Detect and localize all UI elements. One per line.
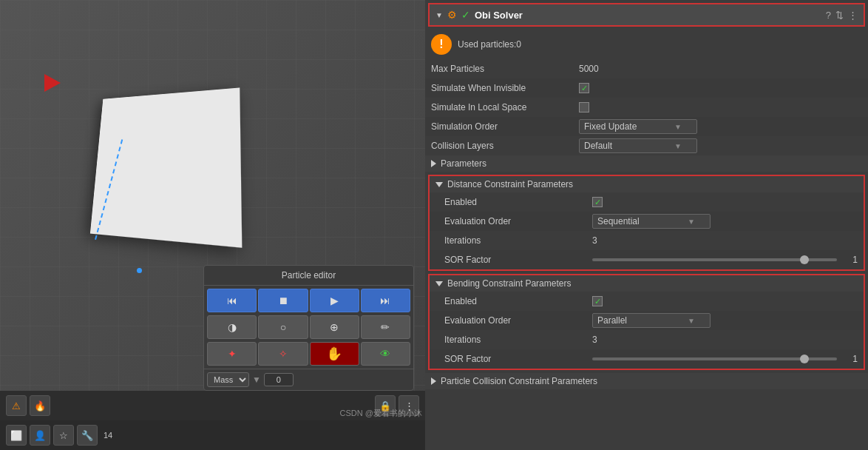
component-header: ▼ ⚙ ✓ Obi Solver ? ⇅ ⋮	[428, 3, 865, 27]
simulation-order-row: Simulation Order Fixed Update ▼	[425, 117, 868, 136]
particle-collision-section-header[interactable]: Particle Collision Constraint Parameters	[425, 373, 868, 389]
distance-eval-order-value: Sequential	[597, 216, 640, 226]
bending-enabled-label: Enabled	[444, 296, 592, 306]
distance-constraint-title: Distance Constraint Parameters	[447, 179, 573, 189]
simulate-in-local-space-label: Simulate In Local Space	[431, 102, 579, 113]
scene-icon[interactable]: ⬜	[6, 425, 27, 446]
tool-icon[interactable]: 🔧	[77, 425, 98, 446]
favorite-icon[interactable]: ☆	[53, 425, 74, 446]
bending-eval-order-row: Evaluation Order Parallel ▼	[430, 311, 864, 330]
bending-sor-value: 1	[843, 354, 858, 364]
distance-iterations-value[interactable]: 3	[592, 235, 597, 246]
rewind-button[interactable]: ⏮	[207, 289, 257, 312]
watermark: CSDN @爱看书的小沐	[340, 408, 422, 419]
help-icon[interactable]: ?	[826, 10, 831, 21]
bending-enabled-checkbox[interactable]: ✓	[592, 296, 603, 306]
bending-eval-order-value: Parallel	[597, 315, 627, 326]
eye-button[interactable]: 👁	[361, 342, 410, 366]
distance-eval-order-dropdown[interactable]: Sequential ▼	[592, 214, 711, 229]
distance-constraint-collapse-icon	[435, 182, 443, 187]
distance-eval-order-label: Evaluation Order	[444, 216, 592, 226]
distance-sor-slider-thumb[interactable]	[800, 255, 809, 264]
particle-collision-title: Particle Collision Constraint Parameters	[441, 376, 597, 386]
bending-constraint-header[interactable]: Bending Constraint Parameters	[430, 275, 864, 292]
particle-editor-title: Particle editor	[204, 266, 413, 286]
inspector-panel: ▼ ⚙ ✓ Obi Solver ? ⇅ ⋮ ! Used particles:…	[425, 0, 868, 450]
mass-dropdown[interactable]: Mass	[207, 372, 249, 387]
star-button[interactable]: ✦	[207, 342, 257, 366]
parameters-section-header[interactable]: Parameters	[425, 155, 868, 172]
bending-eval-order-dropdown[interactable]: Parallel ▼	[592, 313, 711, 328]
distance-enabled-checkbox[interactable]: ✓	[592, 197, 603, 207]
bending-constraint-title: Bending Constraint Parameters	[447, 278, 571, 289]
bending-sor-slider-track	[592, 357, 837, 360]
viewport: Particle editor ⏮ ⏹ ▶ ⏭ ◑ ○ ⊕ ✏ ✦ ✧ ✋ 👁 …	[0, 0, 425, 450]
bending-sor-label: SOR Factor	[444, 354, 592, 364]
star-slash-button[interactable]: ✧	[258, 342, 308, 366]
header-icons: ? ⇅ ⋮	[826, 10, 858, 21]
mass-input[interactable]	[264, 373, 294, 386]
paint-button[interactable]: ◑	[207, 315, 257, 339]
max-particles-row: Max Particles 5000	[425, 59, 868, 78]
collision-layers-label: Collision Layers	[431, 141, 579, 151]
simulate-when-invisible-checkbox[interactable]: ✓	[579, 83, 589, 93]
bending-iterations-row: Iterations 3	[430, 330, 864, 349]
particle-editor-bottom: Mass ▼	[204, 369, 413, 390]
warning-toolbar-icon[interactable]: ⚠	[6, 395, 27, 416]
enabled-checkmark[interactable]: ✓	[461, 9, 470, 21]
distance-sor-label: SOR Factor	[444, 255, 592, 265]
distance-eval-dropdown-arrow: ▼	[688, 218, 695, 226]
bending-enabled-row: Enabled ✓	[430, 292, 864, 311]
brush-button[interactable]: ✏	[361, 315, 410, 339]
distance-sor-slider-container: 1	[592, 255, 858, 265]
bending-sor-row: SOR Factor 1	[430, 349, 864, 369]
bending-iterations-value[interactable]: 3	[592, 335, 597, 345]
bottom-toolbar-row2: ⬜ 👤 ☆ 🔧 14	[0, 420, 425, 450]
warning-badge: !	[431, 34, 452, 55]
fire-toolbar-icon[interactable]: 🔥	[30, 395, 50, 416]
dropdown-arrow-icon: ▼	[674, 123, 682, 131]
collision-layers-dropdown[interactable]: Default ▼	[579, 138, 697, 153]
circle-button[interactable]: ○	[258, 315, 308, 339]
target-button[interactable]: ⊕	[310, 315, 359, 339]
distance-enabled-label: Enabled	[444, 197, 592, 207]
simulate-when-invisible-row: Simulate When Invisible ✓	[425, 78, 868, 98]
simulation-order-value: Fixed Update	[584, 121, 637, 132]
bending-constraint-section: Bending Constraint Parameters Enabled ✓ …	[428, 274, 865, 370]
stop-button[interactable]: ⏹	[258, 289, 308, 312]
simulate-in-local-space-checkbox[interactable]	[579, 102, 589, 113]
particle-editor-panel: Particle editor ⏮ ⏹ ▶ ⏭ ◑ ○ ⊕ ✏ ✦ ✧ ✋ 👁 …	[203, 265, 414, 391]
distance-constraint-section: Distance Constraint Parameters Enabled ✓…	[428, 175, 865, 271]
distance-constraint-header[interactable]: Distance Constraint Parameters	[430, 176, 864, 192]
bending-constraint-content: Enabled ✓ Evaluation Order Parallel ▼ It…	[430, 292, 864, 369]
bending-eval-order-label: Evaluation Order	[444, 315, 592, 326]
red-arrow-icon	[44, 74, 61, 92]
used-particles-text: Used particles:0	[458, 39, 521, 50]
play-button[interactable]: ▶	[310, 289, 359, 312]
distance-sor-row: SOR Factor 1	[430, 250, 864, 269]
distance-iterations-label: Iterations	[444, 235, 592, 246]
max-particles-value[interactable]: 5000	[579, 64, 599, 74]
simulate-when-invisible-label: Simulate When Invisible	[431, 83, 579, 93]
hand-button[interactable]: ✋	[310, 342, 359, 366]
bending-sor-slider-thumb[interactable]	[800, 355, 809, 363]
simulate-in-local-space-row: Simulate In Local Space	[425, 98, 868, 117]
bending-constraint-collapse-icon	[435, 281, 443, 286]
settings-icon[interactable]: ⇅	[835, 10, 844, 21]
particle-collision-collapse-icon	[431, 377, 436, 385]
simulation-order-dropdown[interactable]: Fixed Update ▼	[579, 119, 697, 134]
parameters-label: Parameters	[441, 158, 486, 169]
component-title: Obi Solver	[475, 10, 821, 21]
distance-constraint-content: Enabled ✓ Evaluation Order Sequential ▼ …	[430, 192, 864, 269]
objects-icon[interactable]: 👤	[30, 425, 50, 446]
count-badge: 14	[101, 431, 112, 440]
used-particles-row: ! Used particles:0	[425, 30, 868, 59]
gear-icon: ⚙	[447, 9, 457, 21]
skip-button[interactable]: ⏭	[361, 289, 410, 312]
parameters-collapse-icon	[431, 160, 436, 167]
distance-iterations-row: Iterations 3	[430, 231, 864, 250]
more-icon[interactable]: ⋮	[848, 10, 858, 21]
collapse-arrow[interactable]: ▼	[435, 11, 443, 19]
distance-sor-value: 1	[843, 255, 858, 265]
particle-editor-buttons-row2: ◑ ○ ⊕ ✏	[204, 315, 413, 342]
